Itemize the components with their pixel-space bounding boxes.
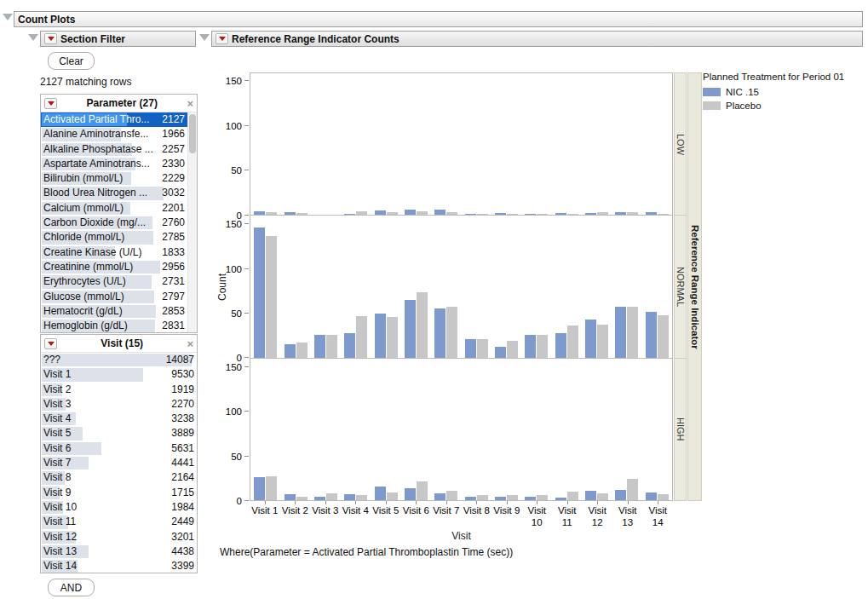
bar-placebo[interactable]: [567, 325, 578, 357]
list-item[interactable]: Visit 32270: [41, 397, 197, 412]
bar-nic15[interactable]: [344, 214, 355, 215]
bar-nic15[interactable]: [405, 300, 416, 358]
list-item[interactable]: Visit 123201: [41, 530, 197, 544]
bar-nic15[interactable]: [495, 213, 506, 215]
bar-nic15[interactable]: [585, 320, 596, 358]
bar-placebo[interactable]: [537, 495, 548, 500]
bar-placebo[interactable]: [326, 493, 337, 500]
bar-nic15[interactable]: [405, 210, 416, 215]
bar-nic15[interactable]: [434, 308, 445, 357]
and-button[interactable]: AND: [48, 579, 95, 596]
bar-placebo[interactable]: [356, 316, 367, 358]
bar-placebo[interactable]: [627, 479, 638, 500]
bar-nic15[interactable]: [434, 210, 445, 215]
bar-nic15[interactable]: [646, 312, 657, 358]
bar-nic15[interactable]: [375, 314, 386, 358]
bar-nic15[interactable]: [646, 212, 657, 215]
list-item[interactable]: Bilirubin (mmol/L)2229: [41, 171, 187, 186]
bar-nic15[interactable]: [465, 339, 476, 358]
list-item[interactable]: Visit 21919: [41, 383, 197, 397]
list-item[interactable]: Hemoglobin (g/dL)2831: [41, 319, 187, 333]
bar-nic15[interactable]: [375, 210, 386, 215]
bar-placebo[interactable]: [477, 214, 488, 215]
bar-nic15[interactable]: [615, 212, 626, 215]
bar-nic15[interactable]: [285, 344, 296, 358]
bar-placebo[interactable]: [296, 497, 308, 500]
bar-placebo[interactable]: [537, 214, 548, 215]
bar-placebo[interactable]: [537, 335, 548, 358]
bar-placebo[interactable]: [597, 325, 608, 357]
list-item[interactable]: Visit 134438: [41, 544, 197, 559]
section-filter-menu-button[interactable]: [44, 33, 57, 44]
list-item[interactable]: Chloride (mmol/L)2785: [41, 230, 187, 245]
list-item[interactable]: Visit 112449: [41, 515, 197, 529]
bar-placebo[interactable]: [627, 212, 638, 215]
list-item[interactable]: Visit 74441: [41, 456, 197, 470]
list-item[interactable]: Aspartate Aminotrans...2330: [41, 157, 187, 171]
bar-placebo[interactable]: [417, 292, 428, 358]
bar-placebo[interactable]: [266, 476, 277, 500]
collapse-count-plots-icon[interactable]: [3, 14, 13, 20]
bar-nic15[interactable]: [344, 494, 355, 500]
bar-nic15[interactable]: [465, 497, 476, 500]
list-item[interactable]: Activated Partial Thro...2127: [41, 112, 187, 127]
bar-nic15[interactable]: [495, 347, 506, 357]
parameter-scrollbar-thumb[interactable]: [189, 114, 196, 153]
bar-placebo[interactable]: [266, 236, 277, 357]
bar-placebo[interactable]: [627, 307, 638, 357]
bar-nic15[interactable]: [254, 228, 265, 358]
bar-nic15[interactable]: [585, 491, 596, 500]
bar-placebo[interactable]: [446, 491, 457, 500]
collapse-chart-icon[interactable]: [199, 34, 210, 41]
bar-placebo[interactable]: [446, 212, 457, 215]
bar-placebo[interactable]: [296, 213, 308, 215]
legend-entry[interactable]: NIC .15: [703, 87, 844, 97]
list-item[interactable]: Calcium (mmol/L)2201: [41, 201, 187, 216]
bar-nic15[interactable]: [405, 488, 416, 500]
legend-entry[interactable]: Placebo: [703, 101, 844, 111]
list-item[interactable]: Visit 143399: [41, 559, 197, 573]
bar-placebo[interactable]: [356, 211, 367, 215]
bar-placebo[interactable]: [658, 315, 669, 358]
bar-nic15[interactable]: [495, 497, 506, 500]
list-item[interactable]: Visit 43238: [41, 412, 197, 426]
bar-placebo[interactable]: [477, 495, 488, 500]
bar-nic15[interactable]: [314, 497, 325, 500]
visit-close-icon[interactable]: ×: [187, 338, 193, 349]
bar-placebo[interactable]: [326, 335, 337, 358]
bar-placebo[interactable]: [567, 492, 578, 500]
bar-nic15[interactable]: [525, 335, 536, 358]
list-item[interactable]: Visit 53889: [41, 426, 197, 441]
bar-placebo[interactable]: [597, 493, 608, 500]
bar-nic15[interactable]: [555, 498, 566, 500]
parameter-menu-button[interactable]: [44, 98, 57, 109]
collapse-section-filter-icon[interactable]: [28, 34, 38, 41]
bar-placebo[interactable]: [387, 317, 398, 358]
bar-nic15[interactable]: [254, 211, 265, 215]
list-item[interactable]: Visit 91715: [41, 486, 197, 500]
bar-placebo[interactable]: [658, 494, 669, 500]
bar-nic15[interactable]: [615, 307, 626, 357]
bar-placebo[interactable]: [266, 212, 277, 215]
bar-nic15[interactable]: [646, 492, 657, 500]
parameter-scrollbar[interactable]: [187, 112, 197, 332]
list-item[interactable]: Visit 82164: [41, 470, 197, 485]
bar-placebo[interactable]: [446, 307, 457, 357]
parameter-close-icon[interactable]: ×: [187, 98, 193, 109]
list-item[interactable]: Erythrocytes (U/L)2731: [41, 274, 187, 289]
list-item[interactable]: Visit 65631: [41, 441, 197, 456]
bar-placebo[interactable]: [507, 341, 518, 358]
bar-nic15[interactable]: [314, 335, 325, 358]
bar-nic15[interactable]: [285, 494, 296, 500]
bar-nic15[interactable]: [285, 212, 296, 215]
bar-placebo[interactable]: [387, 212, 398, 215]
list-item[interactable]: Alkaline Phosphatase ...2257: [41, 142, 187, 157]
visit-menu-button[interactable]: [44, 338, 57, 349]
list-item[interactable]: Blood Urea Nitrogen ...3032: [41, 186, 187, 200]
bar-nic15[interactable]: [465, 214, 476, 215]
bar-placebo[interactable]: [417, 481, 428, 500]
bar-placebo[interactable]: [417, 211, 428, 215]
bar-nic15[interactable]: [525, 214, 536, 215]
bar-nic15[interactable]: [555, 333, 566, 358]
bar-placebo[interactable]: [477, 339, 488, 358]
